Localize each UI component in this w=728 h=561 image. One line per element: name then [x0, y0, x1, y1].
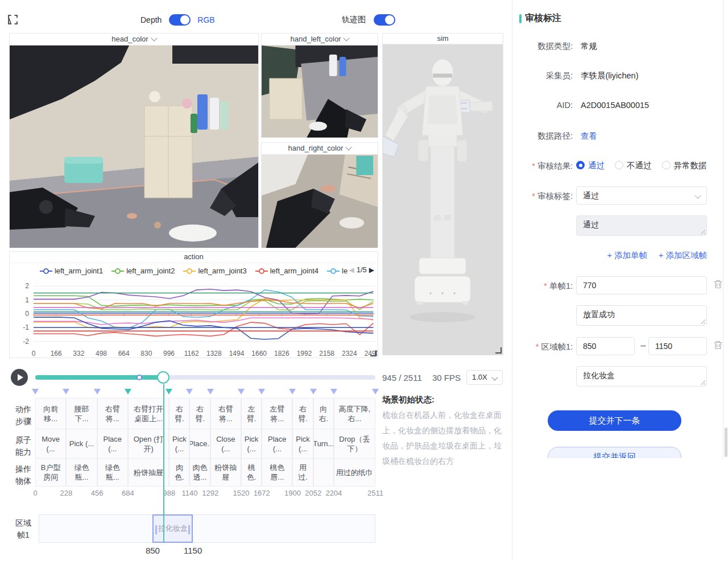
data-path-label: 数据路径: [512, 131, 573, 142]
region-end-input[interactable]: 1150 [648, 337, 707, 355]
legend-next-icon[interactable]: ▶ [369, 266, 374, 274]
svg-text:664: 664 [118, 350, 130, 358]
legend-page-indicator: 1/5 [357, 265, 367, 274]
timeline-marker-icon[interactable] [94, 389, 101, 394]
skill-cell: Move (... [35, 429, 66, 459]
data-path-link[interactable]: 查看 [581, 131, 597, 142]
tag-comment-textarea[interactable]: 通过 [576, 215, 707, 236]
chart-title: action [10, 252, 378, 263]
svg-text:1660: 1660 [251, 350, 267, 358]
svg-text:0: 0 [32, 350, 36, 358]
playback-slider-handle[interactable] [157, 371, 169, 384]
scene-initial-state: 场景初始状态: 梳妆台在机器人前，化妆盒在桌面上，化妆盒的侧边摆放着物品，化妆品… [382, 394, 507, 469]
region-track[interactable] [39, 514, 375, 543]
resize-grip-icon[interactable] [700, 319, 705, 324]
trajectory-toggle[interactable] [374, 14, 395, 26]
submit-next-button[interactable]: 提交并下一条 [548, 410, 681, 431]
timeline-marker-icon[interactable] [186, 389, 193, 394]
skill-cell: Pick (... [292, 429, 313, 459]
timeline-marker-icon[interactable] [63, 389, 69, 394]
segment-right-handle[interactable] [188, 525, 190, 534]
hand-right-camera-header[interactable]: hand_right_color [262, 143, 378, 155]
radio-fail-label[interactable]: 不通过 [627, 161, 652, 170]
timeline-marker-icon[interactable] [207, 389, 214, 394]
radio-pass-label[interactable]: 通过 [588, 161, 605, 170]
collector-value: 李轶晨(liyichen) [581, 70, 639, 81]
chevron-down-icon [151, 35, 157, 41]
chevron-down-icon [491, 374, 498, 380]
region-segment[interactable]: 拉化妆盒 [152, 514, 193, 543]
object-cell: 绿色瓶... [66, 458, 97, 487]
single-frame-note-textarea[interactable]: 放置成功 [576, 305, 707, 326]
tag-select[interactable]: 通过 [576, 186, 707, 205]
legend-item[interactable]: le [327, 267, 348, 275]
hand-right-camera-image [262, 155, 378, 248]
resize-grip-icon[interactable] [700, 229, 705, 234]
timeline-marker-icon[interactable] [32, 389, 39, 394]
hand-right-camera-panel: hand_right_color [261, 142, 378, 248]
timeline-marker-icon[interactable] [372, 389, 379, 394]
sim-title: sim [437, 34, 448, 43]
region-note-textarea[interactable]: 拉化妆盒 [576, 366, 707, 387]
step-cell: 右臂. [169, 398, 189, 429]
head-camera-title: head_color [111, 35, 148, 43]
radio-pass[interactable] [576, 161, 585, 169]
steps-row: 向前移...腰部下...右臂将...右臂打开桌面上...右臂.右臂.右臂将...… [35, 398, 375, 429]
step-cell: 右臂. [292, 398, 313, 429]
skill-cell: Drop（丢下） [334, 429, 375, 459]
timeline-marker-icon[interactable] [289, 389, 296, 394]
radio-abnormal[interactable] [662, 161, 671, 169]
delete-single-frame-icon[interactable] [714, 280, 722, 289]
submit-back-button[interactable]: 提交并返回 [548, 447, 681, 458]
resize-grip-icon[interactable] [700, 380, 705, 385]
svg-text:1494: 1494 [229, 350, 245, 358]
delete-region-frame-icon[interactable] [714, 340, 722, 350]
skills-row: Move (...Pick (...Place (...Open (打开)Pic… [35, 429, 375, 459]
current-frame-line [163, 384, 164, 543]
scrollbar-thumb[interactable] [725, 427, 727, 457]
object-cell: B户型房间 [35, 458, 66, 487]
legend-item[interactable]: left_arm_joint2 [111, 267, 175, 275]
depth-rgb-toggle[interactable] [169, 14, 191, 26]
region-segment-label: 拉化妆盒 [158, 523, 188, 534]
result-radio-group: 通过 不通过 异常数据 [576, 160, 715, 171]
review-panel-content: 审核标注 数据类型: 常规 采集员: 李轶晨(liyichen) AID: A2… [512, 0, 728, 458]
timeline-marker-icon[interactable] [125, 389, 131, 394]
add-region-frame-link[interactable]: + 添加区域帧 [659, 250, 707, 261]
play-button[interactable] [11, 369, 28, 386]
timeline-marker-icon[interactable] [330, 389, 337, 394]
region-frame-label: 区域帧1: [512, 342, 573, 352]
head-camera-header[interactable]: head_color [10, 34, 258, 45]
single-frame-input[interactable]: 770 [576, 276, 707, 294]
legend-item[interactable]: left_arm_joint4 [255, 267, 318, 275]
legend-prev-icon[interactable]: ◀ [349, 266, 354, 274]
legend-item[interactable]: left_arm_joint1 [40, 267, 103, 275]
region-start-label: 850 [146, 546, 160, 555]
skill-cell: Pick (... [241, 429, 262, 459]
hand-left-camera-header[interactable]: hand_left_color [262, 34, 378, 45]
legend-item[interactable]: left_arm_joint3 [183, 267, 246, 275]
segment-left-handle[interactable] [155, 525, 157, 534]
timeline-marker-icon[interactable] [258, 389, 265, 394]
speed-select[interactable]: 1.0X [466, 370, 503, 385]
region-note-text: 拉化妆盒 [583, 371, 615, 380]
timeline-marker-icon[interactable] [166, 389, 172, 394]
row-label-objects: 操作 物体 [14, 463, 33, 487]
add-single-frame-link[interactable]: + 添加单帧 [607, 250, 648, 261]
radio-abnormal-label[interactable]: 异常数据 [674, 161, 707, 170]
legend-label: left_arm_joint4 [270, 267, 318, 275]
toggle-knob [385, 15, 394, 24]
resize-handle-icon[interactable] [495, 347, 502, 354]
scale-tick-label: 684 [122, 489, 134, 497]
timeline-marker-icon[interactable] [310, 389, 317, 394]
resize-handle-icon[interactable] [370, 350, 377, 356]
timeline-marker-icon[interactable] [238, 389, 245, 394]
tag-select-value: 通过 [583, 191, 599, 200]
chevron-down-icon [346, 144, 352, 150]
radio-fail[interactable] [615, 161, 623, 169]
step-cell: 向前移... [35, 398, 66, 429]
fullscreen-icon[interactable] [8, 15, 18, 24]
region-start-input[interactable]: 850 [576, 337, 635, 355]
skill-cell: Turn... [313, 429, 334, 459]
scene-title: 场景初始状态: [382, 394, 507, 405]
